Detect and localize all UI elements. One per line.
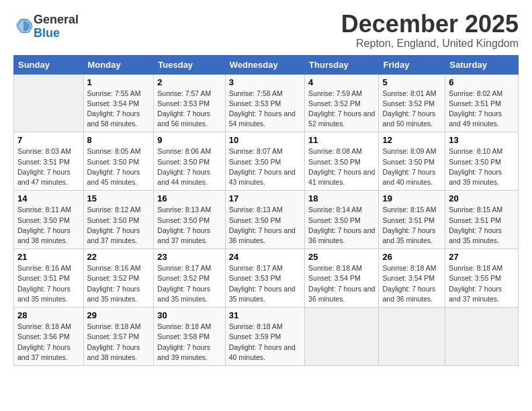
header-row: SundayMondayTuesdayWednesdayThursdayFrid… (14, 55, 519, 74)
cell-content: Sunrise: 8:18 AM Sunset: 3:59 PM Dayligh… (229, 322, 301, 363)
calendar-cell: 11Sunrise: 8:08 AM Sunset: 3:50 PM Dayli… (305, 132, 379, 191)
cell-content: Sunrise: 8:15 AM Sunset: 3:51 PM Dayligh… (382, 205, 441, 246)
calendar-cell (14, 74, 84, 132)
calendar-cell: 17Sunrise: 8:13 AM Sunset: 3:50 PM Dayli… (225, 191, 304, 249)
calendar-cell: 5Sunrise: 8:01 AM Sunset: 3:52 PM Daylig… (379, 74, 445, 132)
logo-icon (15, 16, 34, 35)
day-number: 25 (308, 252, 375, 262)
cell-content: Sunrise: 8:02 AM Sunset: 3:51 PM Dayligh… (449, 89, 515, 130)
cell-content: Sunrise: 7:55 AM Sunset: 3:54 PM Dayligh… (87, 89, 150, 130)
calendar-cell: 2Sunrise: 7:57 AM Sunset: 3:53 PM Daylig… (154, 74, 225, 132)
calendar-cell: 25Sunrise: 8:18 AM Sunset: 3:54 PM Dayli… (305, 249, 379, 308)
cell-content: Sunrise: 8:13 AM Sunset: 3:50 PM Dayligh… (157, 205, 221, 246)
calendar-cell: 1Sunrise: 7:55 AM Sunset: 3:54 PM Daylig… (83, 74, 154, 132)
day-number: 30 (157, 310, 221, 320)
day-header: Sunday (14, 55, 84, 74)
cell-content: Sunrise: 7:58 AM Sunset: 3:53 PM Dayligh… (229, 89, 301, 130)
logo-general-text: General (34, 13, 79, 26)
day-number: 9 (157, 135, 221, 145)
calendar-cell: 27Sunrise: 8:18 AM Sunset: 3:55 PM Dayli… (445, 249, 519, 308)
cell-content: Sunrise: 8:16 AM Sunset: 3:51 PM Dayligh… (17, 263, 80, 304)
cell-content: Sunrise: 8:08 AM Sunset: 3:50 PM Dayligh… (308, 146, 375, 187)
cell-content: Sunrise: 8:12 AM Sunset: 3:50 PM Dayligh… (87, 205, 150, 246)
calendar-week-row: 1Sunrise: 7:55 AM Sunset: 3:54 PM Daylig… (14, 74, 519, 132)
cell-content: Sunrise: 8:17 AM Sunset: 3:52 PM Dayligh… (157, 263, 221, 304)
calendar-cell: 15Sunrise: 8:12 AM Sunset: 3:50 PM Dayli… (83, 191, 154, 249)
day-header: Tuesday (154, 55, 225, 74)
calendar-cell: 10Sunrise: 8:07 AM Sunset: 3:50 PM Dayli… (225, 132, 304, 191)
day-number: 18 (308, 193, 375, 203)
header: General Blue December 2025 Repton, Engla… (13, 11, 519, 50)
day-number: 26 (382, 252, 441, 262)
calendar-cell: 6Sunrise: 8:02 AM Sunset: 3:51 PM Daylig… (445, 74, 519, 132)
day-number: 6 (449, 77, 515, 87)
calendar-table: SundayMondayTuesdayWednesdayThursdayFrid… (13, 55, 519, 366)
cell-content: Sunrise: 8:06 AM Sunset: 3:50 PM Dayligh… (157, 146, 221, 187)
calendar-cell: 26Sunrise: 8:18 AM Sunset: 3:54 PM Dayli… (379, 249, 445, 308)
calendar-cell: 4Sunrise: 7:59 AM Sunset: 3:52 PM Daylig… (305, 74, 379, 132)
calendar-week-row: 14Sunrise: 8:11 AM Sunset: 3:50 PM Dayli… (14, 191, 519, 249)
day-number: 17 (229, 193, 301, 203)
day-header: Monday (83, 55, 154, 74)
cell-content: Sunrise: 8:01 AM Sunset: 3:52 PM Dayligh… (382, 89, 441, 130)
day-number: 4 (308, 77, 375, 87)
cell-content: Sunrise: 8:03 AM Sunset: 3:51 PM Dayligh… (17, 146, 80, 187)
day-number: 29 (87, 310, 150, 320)
day-header: Thursday (305, 55, 379, 74)
calendar-cell: 30Sunrise: 8:18 AM Sunset: 3:58 PM Dayli… (154, 308, 225, 366)
calendar-cell: 31Sunrise: 8:18 AM Sunset: 3:59 PM Dayli… (225, 308, 304, 366)
calendar-cell: 16Sunrise: 8:13 AM Sunset: 3:50 PM Dayli… (154, 191, 225, 249)
day-number: 21 (17, 252, 80, 262)
cell-content: Sunrise: 7:59 AM Sunset: 3:52 PM Dayligh… (308, 89, 375, 130)
subtitle: Repton, England, United Kingdom (341, 38, 519, 50)
cell-content: Sunrise: 8:18 AM Sunset: 3:58 PM Dayligh… (157, 322, 221, 363)
calendar-cell: 8Sunrise: 8:05 AM Sunset: 3:50 PM Daylig… (83, 132, 154, 191)
calendar-cell: 13Sunrise: 8:10 AM Sunset: 3:50 PM Dayli… (445, 132, 519, 191)
day-number: 12 (382, 135, 441, 145)
calendar-cell: 20Sunrise: 8:15 AM Sunset: 3:51 PM Dayli… (445, 191, 519, 249)
cell-content: Sunrise: 7:57 AM Sunset: 3:53 PM Dayligh… (157, 89, 221, 130)
calendar-cell: 29Sunrise: 8:18 AM Sunset: 3:57 PM Dayli… (83, 308, 154, 366)
main-title: December 2025 (341, 11, 519, 38)
day-number: 31 (229, 310, 301, 320)
calendar-cell: 18Sunrise: 8:14 AM Sunset: 3:50 PM Dayli… (305, 191, 379, 249)
logo: General Blue (13, 13, 79, 40)
calendar-week-row: 7Sunrise: 8:03 AM Sunset: 3:51 PM Daylig… (14, 132, 519, 191)
day-number: 22 (87, 252, 150, 262)
calendar-cell: 23Sunrise: 8:17 AM Sunset: 3:52 PM Dayli… (154, 249, 225, 308)
calendar-week-row: 21Sunrise: 8:16 AM Sunset: 3:51 PM Dayli… (14, 249, 519, 308)
logo-blue-text: Blue (34, 26, 60, 40)
calendar-cell: 22Sunrise: 8:16 AM Sunset: 3:52 PM Dayli… (83, 249, 154, 308)
cell-content: Sunrise: 8:15 AM Sunset: 3:51 PM Dayligh… (449, 205, 515, 246)
cell-content: Sunrise: 8:18 AM Sunset: 3:55 PM Dayligh… (449, 263, 515, 304)
day-number: 11 (308, 135, 375, 145)
day-number: 3 (229, 77, 301, 87)
calendar-cell: 14Sunrise: 8:11 AM Sunset: 3:50 PM Dayli… (14, 191, 84, 249)
day-header: Wednesday (225, 55, 304, 74)
calendar-cell (305, 308, 379, 366)
day-number: 20 (449, 193, 515, 203)
calendar-cell: 21Sunrise: 8:16 AM Sunset: 3:51 PM Dayli… (14, 249, 84, 308)
calendar-cell: 3Sunrise: 7:58 AM Sunset: 3:53 PM Daylig… (225, 74, 304, 132)
calendar-week-row: 28Sunrise: 8:18 AM Sunset: 3:56 PM Dayli… (14, 308, 519, 366)
cell-content: Sunrise: 8:18 AM Sunset: 3:56 PM Dayligh… (17, 322, 80, 363)
cell-content: Sunrise: 8:16 AM Sunset: 3:52 PM Dayligh… (87, 263, 150, 304)
day-number: 10 (229, 135, 301, 145)
day-number: 1 (87, 77, 150, 87)
calendar-cell: 7Sunrise: 8:03 AM Sunset: 3:51 PM Daylig… (14, 132, 84, 191)
calendar-cell (445, 308, 519, 366)
day-header: Friday (379, 55, 445, 74)
day-header: Saturday (445, 55, 519, 74)
cell-content: Sunrise: 8:18 AM Sunset: 3:54 PM Dayligh… (382, 263, 441, 304)
calendar-cell: 19Sunrise: 8:15 AM Sunset: 3:51 PM Dayli… (379, 191, 445, 249)
cell-content: Sunrise: 8:05 AM Sunset: 3:50 PM Dayligh… (87, 146, 150, 187)
cell-content: Sunrise: 8:17 AM Sunset: 3:53 PM Dayligh… (229, 263, 301, 304)
day-number: 28 (17, 310, 80, 320)
calendar-cell: 9Sunrise: 8:06 AM Sunset: 3:50 PM Daylig… (154, 132, 225, 191)
cell-content: Sunrise: 8:13 AM Sunset: 3:50 PM Dayligh… (229, 205, 301, 246)
day-number: 2 (157, 77, 221, 87)
cell-content: Sunrise: 8:10 AM Sunset: 3:50 PM Dayligh… (449, 146, 515, 187)
day-number: 5 (382, 77, 441, 87)
day-number: 27 (449, 252, 515, 262)
day-number: 24 (229, 252, 301, 262)
